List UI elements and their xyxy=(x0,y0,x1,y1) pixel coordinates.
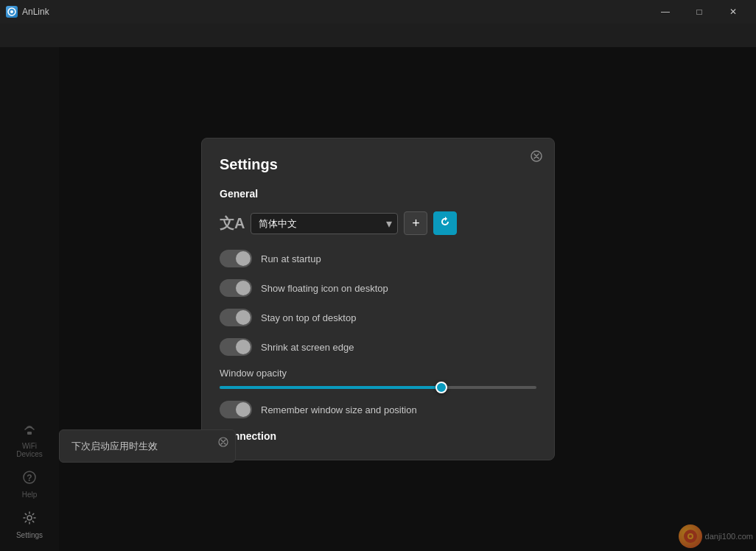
toggle-row-stay-on-top: Stay on top of desktop xyxy=(220,309,536,326)
svg-point-12 xyxy=(689,535,692,538)
settings-dialog: Settings General 文A 简体中文 English 日本語 + xyxy=(201,138,555,460)
dialog-title: Settings xyxy=(220,156,536,173)
connection-section-title: Connection xyxy=(220,430,536,442)
dialog-close-button[interactable] xyxy=(528,147,545,165)
watermark: danji100.com xyxy=(679,524,753,548)
opacity-slider-fill xyxy=(220,386,441,389)
dialog-overlay: Settings General 文A 简体中文 English 日本語 + xyxy=(0,47,756,551)
toggle-shrink-edge-label: Shrink at screen edge xyxy=(261,342,354,353)
opacity-label: Window opacity xyxy=(220,368,536,379)
title-bar-controls: — □ ✕ xyxy=(648,0,750,24)
toggle-stay-on-top[interactable] xyxy=(220,309,252,326)
toggle-remember-window-label: Remember window size and position xyxy=(261,404,417,415)
toggle-row-shrink-edge: Shrink at screen edge xyxy=(220,338,536,356)
opacity-section: Window opacity xyxy=(220,368,536,389)
add-language-button[interactable]: + xyxy=(404,211,427,235)
main-content: WiFiDevices ? Help Settings xyxy=(0,24,756,551)
language-select-wrapper: 简体中文 English 日本語 xyxy=(251,213,398,234)
language-select[interactable]: 简体中文 English 日本語 xyxy=(251,213,398,234)
refresh-icon xyxy=(439,216,451,231)
toggle-run-startup-label: Run at startup xyxy=(261,253,321,264)
title-bar: AnLink — □ ✕ xyxy=(0,0,756,24)
tooltip-popup: 下次启动应用时生效 xyxy=(59,429,236,463)
toggle-remember-window[interactable] xyxy=(220,401,252,418)
plus-icon: + xyxy=(412,216,420,231)
tooltip-close-button[interactable] xyxy=(216,435,231,449)
refresh-button[interactable] xyxy=(433,211,457,235)
toggle-shrink-edge[interactable] xyxy=(220,338,252,356)
title-bar-left: AnLink xyxy=(6,6,49,18)
svg-point-1 xyxy=(10,10,13,13)
app-title: AnLink xyxy=(22,7,49,17)
maximize-button[interactable]: □ xyxy=(682,0,716,24)
toggle-row-run-startup: Run at startup xyxy=(220,250,536,267)
app-icon xyxy=(6,6,18,18)
toggle-row-remember-window: Remember window size and position xyxy=(220,401,536,418)
language-icon: 文A xyxy=(220,214,245,234)
toggle-run-startup[interactable] xyxy=(220,250,252,267)
minimize-button[interactable]: — xyxy=(648,0,682,24)
toggle-row-show-floating: Show floating icon on desktop xyxy=(220,279,536,297)
general-section-title: General xyxy=(220,188,536,200)
toggle-stay-on-top-label: Stay on top of desktop xyxy=(261,312,356,323)
watermark-logo xyxy=(679,524,702,548)
toggle-show-floating-label: Show floating icon on desktop xyxy=(261,283,388,294)
opacity-slider-thumb[interactable] xyxy=(435,382,447,393)
close-button[interactable]: ✕ xyxy=(716,0,750,24)
language-row: 文A 简体中文 English 日本語 + xyxy=(220,211,536,235)
opacity-slider-track xyxy=(220,386,536,389)
tooltip-text: 下次启动应用时生效 xyxy=(71,441,158,452)
watermark-text: danji100.com xyxy=(705,532,753,541)
toggle-show-floating[interactable] xyxy=(220,279,252,297)
